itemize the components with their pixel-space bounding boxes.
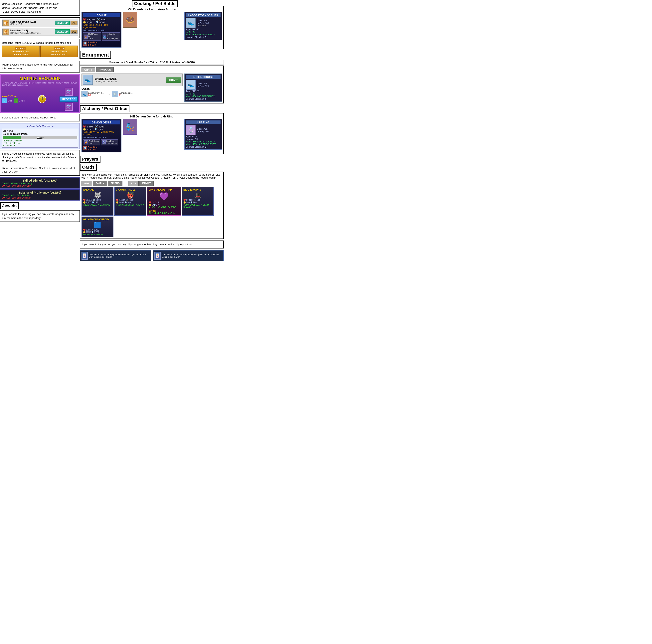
pancakes-icon: 🥞 xyxy=(2,29,9,35)
demon-drops: 🪔 Genie Lamp 1 in 7 💍 Lab Ring 1 in 250,… xyxy=(83,139,120,145)
bonus-card-2: 🃏 Doubles bonus of card equipped in top … xyxy=(153,250,224,261)
custard-name: CRYSTAL CUSTARD xyxy=(148,188,180,191)
card-grid: AMORAK 🐺 ❤️ 25,000 ⚔️ 1,000 🪙 1,000 💎 15… xyxy=(82,187,222,237)
matrix-note-text: Matrix Evolved is the last unlock for th… xyxy=(2,63,73,70)
cooking-items-box: 🍞 Garlicless Bread (Lv.1) +2% Lab EXP LE… xyxy=(0,17,80,38)
demon-drop-2-rate: 1 in 250,000 xyxy=(106,142,117,144)
donut-cards-note: 168 more cards to Lv Up xyxy=(83,29,120,32)
lab-ring-drop-icon: 💍 xyxy=(102,140,106,144)
craft-sheek-icon: 👟 xyxy=(83,75,93,85)
craft-main: 👟 SHEEK SCRUBS LV REQ TO CRAFT: 55 CRAFT… xyxy=(82,74,222,102)
sheek-scrubs-card: SHEEK SCRUBS 👟 Class: ALL Lv Req: 125 Ty… xyxy=(184,74,222,102)
cost-item-1: 👟 LABORATORY S... 0/4 xyxy=(82,91,104,97)
donut-header: Kill Donuts for Laboratory Scrubs xyxy=(82,7,222,11)
cooking-note-text: Unlock Garlicless Bread with "Tree Inter… xyxy=(2,2,59,13)
demon-rare-label: Rare Drop xyxy=(88,146,98,149)
donut-star: ★18% DEFENCE FROM EQUIPMENT xyxy=(83,24,120,29)
counter1-icon: 💧 xyxy=(2,98,7,103)
demon-hp: ❤️ 1.25M ⚔️ 2,750 xyxy=(83,125,120,128)
bonus-icon-2: 🃏 xyxy=(154,252,161,260)
cost-2-icon: 🛡️ xyxy=(112,91,118,97)
donut-hp: ❤️ 925,000 ⚔️ 2,550 xyxy=(83,18,120,21)
cooking-item-2-bonus: +6Px Line Width in Lab Mainframe xyxy=(10,32,54,34)
genie-lamp-icon: 🪔 xyxy=(84,140,88,144)
demon-star: ★75% CRYSTAL MOB SPAWN CHANCE xyxy=(83,131,120,136)
craft-tab-craft[interactable]: CRAFT xyxy=(82,67,95,72)
card-tab-rds-2[interactable]: RDS xyxy=(128,181,139,186)
demon-rare-drop: 💎 Rare Drop 1 in 295 xyxy=(83,146,120,151)
sheek-type: Type: SHOES xyxy=(186,90,220,92)
donut-drops: 🍩 Half Eaten D... 1 in 7 👟 Laboratory S.… xyxy=(83,32,120,41)
biggie-sprite: 🎩 xyxy=(183,192,212,199)
card-tab-family-2[interactable]: FAMILY xyxy=(139,181,154,186)
upgrade-button[interactable]: UPGRADE xyxy=(59,97,78,102)
custard-sprite: 💜 xyxy=(148,192,180,201)
amorak-bonus: ★12% SKILL AFK GAIN RATE xyxy=(83,204,112,206)
skilled-dimwit-bonus: BONUS: +126% Skill Efficiency xyxy=(2,182,78,185)
demon-drop-2-name: Lab Ring xyxy=(106,140,117,142)
matrix-counter-2: 🌿 131/5 xyxy=(13,98,25,103)
prayers-label-area: Prayers xyxy=(80,156,224,163)
craft-button[interactable]: CRAFT xyxy=(166,77,181,83)
biggie-name: BIGGIE HOURS xyxy=(183,188,212,191)
sheek-class: Class: ALL xyxy=(197,82,209,85)
lab-scrubs-drop-icon: 👟 xyxy=(103,34,106,38)
crates-content: Box Name: Science Spare Parts 25/100 +10… xyxy=(2,129,78,147)
box-name: Science Spare Parts xyxy=(3,132,77,135)
bunny-label: BUNNY xyxy=(148,210,180,212)
craft-note: You can craft Sheek Scrubs for +700 Lab … xyxy=(80,60,224,65)
biggie-gold: 🪙 500 💎 900 xyxy=(183,202,212,204)
demon-enemy-row: DEMON GENIE ❤️ 1.25M ⚔️ 2,750 🪙 101K 💎 6… xyxy=(82,119,222,153)
demon-name: DEMON GENIE xyxy=(83,120,120,125)
right-column: Cooking / Pet Battle Kill Donuts for Lab… xyxy=(80,0,224,263)
drop-1-name: Half Eaten D... xyxy=(88,33,100,37)
demon-rare-icon: 💎 xyxy=(83,146,87,151)
donut-section: Kill Donuts for Laboratory Scrubs DONUT … xyxy=(80,6,224,49)
level-up-btn-2[interactable]: LEVEL UP xyxy=(55,29,70,34)
cost-1-count: 0/4 xyxy=(88,94,104,96)
drop-2-rate: 1 in 166,667 xyxy=(107,37,119,40)
rare-drop-icon: 💎 xyxy=(83,42,87,46)
round-banner: ROUND 12 NEW POST OFFICE UPGRADE CRATE R… xyxy=(2,46,78,57)
ls-slots: Upgrade Slots Left: 5 xyxy=(186,36,220,38)
drop-2: 👟 Laboratory S... 1 in 166,667 xyxy=(102,32,120,41)
half-eaten-icon: 🍩 xyxy=(84,34,88,38)
troll-gold: 🪙 1,000 💎 900 xyxy=(116,202,145,204)
skilled-dimwit-title: Skilled Dimwit (Lu.33/50) xyxy=(2,179,78,182)
alchemy-label: Alchemy / Post Office xyxy=(80,105,130,112)
ls-lv-req: Lv Req: 100 xyxy=(197,22,209,24)
hp-icon: ❤️ xyxy=(83,18,86,21)
cards-label-area: Cards xyxy=(80,164,224,171)
cooking-label-area: Cooking / Pet Battle xyxy=(132,0,178,7)
lr-type: Type: RING xyxy=(186,135,220,138)
round-note-box: Defeating Round 12/25/65 will add a rand… xyxy=(0,39,80,59)
bottom-bonuses: 🃏 Doubles bonus of card equipped in bott… xyxy=(80,250,224,261)
cost-1-icon: 👟 xyxy=(82,91,87,97)
cooking-item-1-name: Garlicless Bread (Lv.1) xyxy=(10,20,54,23)
costs-label: ••••• COSTS ••••• xyxy=(2,95,25,98)
lr-misc2: Misc: +15% LAB EFFICIENCY xyxy=(186,143,220,145)
cooking-note-box: Unlock Garlicless Bread with "Tree Inter… xyxy=(0,0,80,16)
cost-2-name: LUSTRE SHIEL... xyxy=(119,92,133,94)
drop-1-rate: 1 in 7 xyxy=(88,37,100,40)
card-tab-family-1[interactable]: FAMILY xyxy=(93,181,107,186)
demon-sprite: 🧞 xyxy=(123,119,137,135)
left-column: Unlock Garlicless Bread with "Tree Inter… xyxy=(0,0,80,223)
rare-drop-label: Rare Drop xyxy=(88,41,98,44)
gel-hp: ❤️ 3.3M ⚔️ 3,900 xyxy=(83,229,112,231)
card-tab-rds-1[interactable]: RDS xyxy=(82,181,92,186)
demon-hp-icon: ❤️ xyxy=(83,125,86,128)
round-25-text: NEW POST OFFICE UPGRADE CRATE xyxy=(42,51,77,56)
matrix-counters: 💧 0/56 🌿 131/5 xyxy=(2,98,25,103)
arrow-icon: → xyxy=(107,92,110,96)
demon-drop-1-rate: 1 in 7 xyxy=(88,142,99,144)
card-tab-friend-1[interactable]: FRIEND xyxy=(108,181,123,186)
ls-class: Class: ALL xyxy=(197,19,209,22)
counter1-val: 0/56 xyxy=(8,100,12,102)
jewels-label: Jewels xyxy=(0,202,19,209)
matrix-counter-1: 💧 0/56 xyxy=(2,98,12,103)
level-up-btn-1[interactable]: LEVEL UP xyxy=(55,21,70,25)
crates-title-text: Charlie's Crates xyxy=(29,125,51,128)
cards-note: You want to use cards with +%afk gain, +… xyxy=(82,173,222,179)
craft-tab-produce[interactable]: PRODUCE xyxy=(96,67,114,72)
